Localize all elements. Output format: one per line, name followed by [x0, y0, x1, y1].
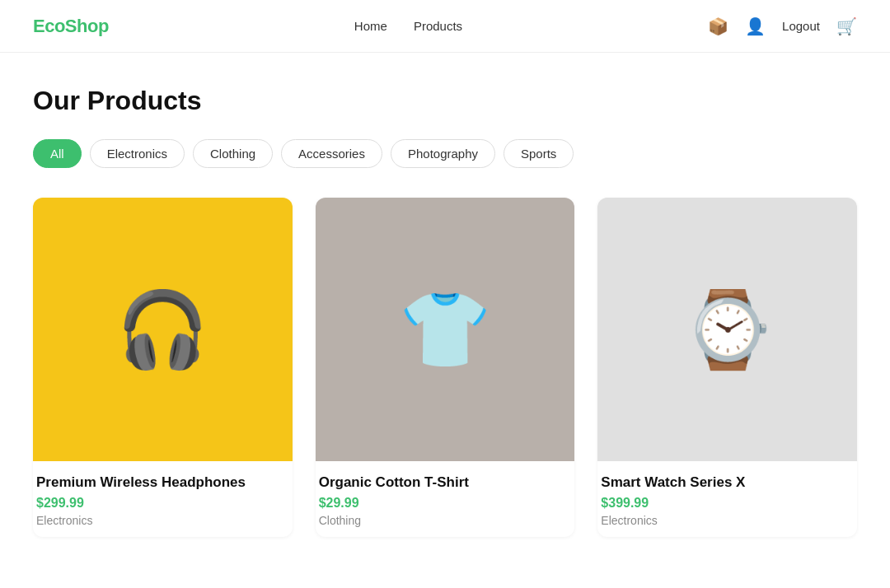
- main-nav: Home Products: [354, 19, 462, 33]
- site-logo[interactable]: EcoShop: [33, 16, 109, 37]
- nav-home[interactable]: Home: [354, 19, 387, 33]
- product-name-3: Smart Watch Series X: [601, 474, 854, 491]
- filter-chip-all[interactable]: All: [33, 139, 82, 168]
- page-title: Our Products: [33, 86, 857, 116]
- product-card-1[interactable]: 🎧Premium Wireless Headphones$299.99Elect…: [33, 198, 293, 537]
- product-price-3: $399.99: [601, 496, 854, 511]
- product-image-3: ⌚: [597, 198, 857, 461]
- nav-icons-group: 📦 👤 Logout 🛒: [708, 16, 857, 36]
- product-price-2: $29.99: [319, 496, 572, 511]
- product-info-2: Organic Cotton T-Shirt$29.99Clothing: [316, 461, 575, 537]
- product-category-2: Clothing: [319, 514, 572, 527]
- main-content: Our Products AllElectronicsClothingAcces…: [0, 53, 890, 537]
- product-name-1: Premium Wireless Headphones: [36, 474, 289, 491]
- product-image-1: 🎧: [33, 198, 293, 461]
- product-image-2: 👕: [316, 198, 575, 461]
- site-header: EcoShop Home Products 📦 👤 Logout 🛒: [0, 0, 890, 53]
- nav-products[interactable]: Products: [414, 19, 462, 33]
- filter-bar: AllElectronicsClothingAccessoriesPhotogr…: [33, 139, 857, 168]
- products-grid: 🎧Premium Wireless Headphones$299.99Elect…: [33, 198, 857, 537]
- product-info-1: Premium Wireless Headphones$299.99Electr…: [33, 461, 293, 537]
- filter-chip-electronics[interactable]: Electronics: [90, 139, 185, 168]
- product-category-3: Electronics: [601, 514, 854, 527]
- product-name-2: Organic Cotton T-Shirt: [319, 474, 572, 491]
- filter-chip-sports[interactable]: Sports: [504, 139, 574, 168]
- product-card-3[interactable]: ⌚Smart Watch Series X$399.99Electronics: [597, 198, 857, 537]
- product-category-1: Electronics: [36, 514, 289, 527]
- filter-chip-accessories[interactable]: Accessories: [281, 139, 382, 168]
- product-price-1: $299.99: [36, 496, 289, 511]
- product-card-2[interactable]: 👕Organic Cotton T-Shirt$29.99Clothing: [316, 198, 575, 537]
- filter-chip-clothing[interactable]: Clothing: [193, 139, 273, 168]
- box-icon[interactable]: 📦: [708, 16, 728, 36]
- product-info-3: Smart Watch Series X$399.99Electronics: [597, 461, 857, 537]
- logout-button[interactable]: Logout: [782, 19, 820, 33]
- filter-chip-photography[interactable]: Photography: [391, 139, 495, 168]
- cart-icon[interactable]: 🛒: [836, 16, 857, 36]
- user-icon[interactable]: 👤: [745, 16, 766, 36]
